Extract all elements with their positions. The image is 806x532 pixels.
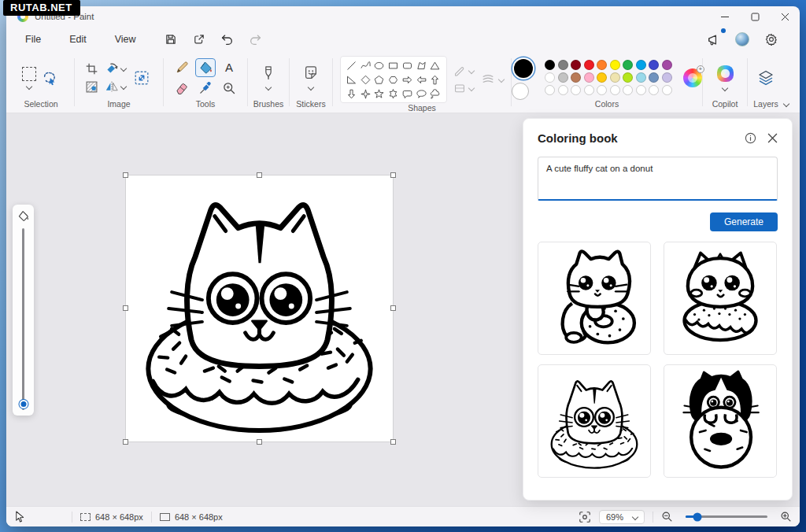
selection-handle-nw[interactable] [123,172,128,178]
canvas[interactable] [126,175,393,441]
info-icon[interactable] [745,132,756,144]
shape-heart-icon[interactable] [345,102,358,103]
shape-arrow-down-icon[interactable] [345,87,358,101]
maximize-button[interactable] [740,6,770,27]
result-thumbnail-3[interactable] [538,364,651,478]
shape-arrow-right-icon[interactable] [401,73,414,87]
share-icon[interactable] [187,30,211,49]
foreground-color-swatch[interactable] [514,59,533,78]
zoom-out-icon[interactable] [661,511,673,523]
color-swatch-ffffff[interactable] [545,72,555,83]
rectangle-select-button[interactable] [22,67,36,89]
shape-star-5-icon[interactable] [372,87,386,101]
color-swatch-fff200[interactable] [610,60,620,70]
color-swatch-empty[interactable] [545,85,555,95]
flip-button[interactable] [105,80,126,93]
zoom-slider[interactable] [686,515,767,518]
shape-callout-rounded-icon[interactable] [401,87,414,101]
selection-handle-sw[interactable] [123,439,128,445]
chevron-down-icon[interactable] [265,84,272,91]
chevron-down-icon[interactable] [308,84,314,91]
shape-curve-icon[interactable] [359,59,372,72]
color-swatch-empty[interactable] [636,85,646,95]
crop-button[interactable] [85,62,98,76]
rotate-button[interactable] [105,62,126,75]
shape-fill-button[interactable] [453,83,474,94]
color-swatch-empty[interactable] [623,85,633,95]
undo-button[interactable] [216,30,239,49]
shape-line-icon[interactable] [345,59,358,72]
selection-handle-se[interactable] [390,439,396,445]
prompt-input[interactable]: A cute fluffy cat on a donut [538,157,778,201]
fill-tool[interactable] [195,58,216,77]
remove-background-button[interactable] [85,80,98,94]
shape-rounded-rectangle-icon[interactable] [401,59,414,72]
eyedropper-tool[interactable] [195,79,216,98]
result-thumbnail-4[interactable] [664,364,777,478]
zoom-level-select[interactable]: 69% [599,510,645,524]
menu-file[interactable]: File [17,31,49,48]
color-swatch-empty[interactable] [584,85,594,95]
chevron-down-icon[interactable] [26,83,32,89]
selection-handle-ne[interactable] [390,172,396,178]
color-swatch-c8bfe7[interactable] [662,72,672,83]
selection-handle-e[interactable] [390,305,396,311]
save-button[interactable] [159,30,183,49]
collapse-ribbon-chevron-icon[interactable] [783,101,789,107]
redo-button[interactable] [244,30,268,49]
settings-gear-icon[interactable] [760,30,783,49]
color-swatch-empty[interactable] [597,85,607,95]
shape-arrow-left-icon[interactable] [415,73,428,87]
color-swatch-000000[interactable] [545,60,555,70]
shapes-gallery[interactable] [340,56,447,103]
color-swatch-7092be[interactable] [649,72,659,83]
color-swatch-22b14c[interactable] [623,60,633,70]
color-swatch-ffaec9[interactable] [584,72,594,83]
edit-colors-button[interactable]: + [683,68,702,87]
shape-polygon-icon[interactable] [415,59,428,72]
selection-handle-w[interactable] [123,305,128,311]
copilot-icon[interactable] [717,65,734,82]
shape-options-button[interactable] [480,72,504,87]
shape-outline-button[interactable] [453,65,474,76]
text-tool[interactable]: A [219,58,239,77]
close-button[interactable] [770,6,800,27]
shape-star-4-icon[interactable] [359,87,372,101]
free-select-button[interactable] [39,68,60,88]
color-swatch-b5e61d[interactable] [623,72,633,83]
menu-view[interactable]: View [107,31,144,48]
result-thumbnail-1[interactable] [538,242,651,355]
minimize-button[interactable] [710,6,740,27]
color-swatch-empty[interactable] [662,85,672,95]
zoom-in-icon[interactable] [780,511,792,523]
color-swatch-efe4b0[interactable] [610,72,620,83]
zoom-fit-icon[interactable] [579,511,591,523]
eraser-tool[interactable] [172,79,192,98]
brush-icon[interactable] [261,65,275,81]
color-swatch-empty[interactable] [558,85,568,95]
sticker-icon[interactable] [303,65,319,81]
color-swatch-99d9ea[interactable] [636,72,646,83]
avatar[interactable] [735,32,749,46]
close-panel-icon[interactable] [767,133,778,143]
background-color-swatch[interactable] [512,83,529,100]
color-swatch-empty[interactable] [649,85,659,95]
shape-diamond-icon[interactable] [359,73,372,87]
selection-handle-n[interactable] [257,172,262,178]
shape-triangle-icon[interactable] [428,59,442,72]
color-swatch-880015[interactable] [571,60,581,70]
magnifier-tool[interactable] [219,79,239,98]
shape-pentagon-icon[interactable] [372,73,386,87]
shape-right-triangle-icon[interactable] [345,73,358,87]
color-swatch-ffc90e[interactable] [597,72,607,83]
color-swatch-c3c3c3[interactable] [558,72,568,83]
shape-ellipse-icon[interactable] [372,59,386,72]
shape-arrow-up-icon[interactable] [428,73,442,87]
size-slider-track[interactable] [22,228,24,410]
zoom-slider-thumb[interactable] [693,512,701,521]
color-swatch-7f7f7f[interactable] [558,60,568,70]
shape-rectangle-icon[interactable] [386,59,400,72]
shape-star-6-icon[interactable] [386,87,400,101]
shape-lightning-icon[interactable] [359,102,372,103]
color-swatch-ff7f27[interactable] [597,60,607,70]
